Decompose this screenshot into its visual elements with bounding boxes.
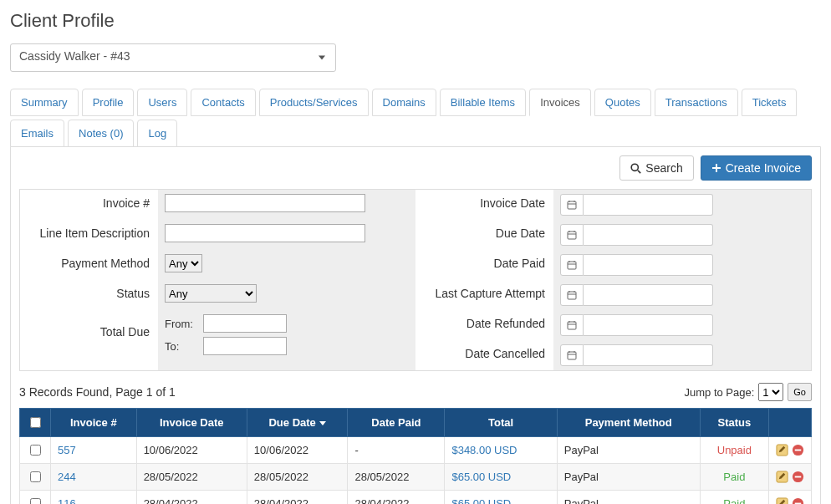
delete-icon[interactable] (792, 497, 804, 504)
cell-invoice-date: 28/04/2022 (136, 491, 247, 505)
col-status[interactable]: Status (700, 409, 768, 437)
tab-billable-items[interactable]: Billable Items (440, 89, 526, 116)
chevron-down-icon (319, 56, 325, 60)
create-invoice-label: Create Invoice (726, 161, 801, 175)
row-checkbox[interactable] (30, 471, 41, 482)
filter-date-paid-input[interactable] (584, 254, 713, 276)
svg-rect-18 (568, 322, 576, 329)
filter-payment-method-select[interactable]: Any (165, 254, 202, 272)
page-title: Client Profile (10, 10, 821, 32)
filter-invoice-no-input[interactable] (165, 194, 365, 212)
search-icon (630, 163, 641, 174)
plus-icon (711, 163, 721, 173)
filter-line-desc-input[interactable] (165, 224, 365, 242)
invoices-table: Invoice # Invoice Date Due Date Date Pai… (19, 408, 812, 504)
cell-invoice-date: 28/05/2022 (136, 464, 247, 491)
tab-profile[interactable]: Profile (82, 89, 135, 116)
filter-invoice-no-label: Invoice # (20, 190, 158, 220)
row-checkbox[interactable] (30, 498, 41, 504)
svg-rect-22 (568, 352, 576, 359)
tab-quotes[interactable]: Quotes (594, 89, 651, 116)
svg-rect-31 (795, 476, 802, 478)
cell-total: $65.00 USD (451, 497, 511, 504)
select-all-checkbox[interactable] (30, 417, 41, 428)
filter-status-select[interactable]: Any (165, 284, 257, 303)
invoice-id-link[interactable]: 116 (58, 497, 76, 504)
jump-to-page-label: Jump to Page: (684, 386, 754, 399)
jump-to-page-go-button[interactable]: Go (788, 383, 812, 401)
tab-transactions[interactable]: Transactions (655, 89, 738, 116)
filter-payment-method-label: Payment Method (20, 250, 158, 280)
svg-rect-28 (795, 450, 802, 451)
delete-icon[interactable] (792, 471, 804, 483)
filter-invoice-date-label: Invoice Date (416, 190, 553, 220)
cell-date-paid: 28/05/2022 (348, 464, 445, 491)
edit-icon[interactable] (776, 444, 788, 456)
tab-products-services[interactable]: Products/Services (259, 89, 369, 116)
edit-icon[interactable] (776, 497, 788, 504)
cell-date-paid: - (348, 437, 445, 464)
cell-date-paid: 28/04/2022 (348, 491, 445, 505)
filter-due-date-input[interactable] (584, 224, 713, 246)
calendar-icon (560, 224, 584, 246)
svg-line-1 (638, 170, 640, 172)
filter-date-refunded-input[interactable] (584, 314, 713, 336)
cell-due-date: 28/05/2022 (247, 464, 348, 491)
tab-panel-invoices: Search Create Invoice Invoice # Invoice … (10, 146, 821, 504)
filter-last-capture-label: Last Capture Attempt (416, 280, 553, 310)
col-invoice-date[interactable]: Invoice Date (136, 409, 247, 437)
col-total[interactable]: Total (445, 409, 557, 437)
filter-total-due-from-input[interactable] (203, 314, 287, 333)
filter-total-due-to-input[interactable] (203, 337, 287, 355)
edit-icon[interactable] (776, 471, 788, 483)
invoice-id-link[interactable]: 557 (58, 444, 76, 456)
cell-payment-method: PayPal (557, 437, 700, 464)
col-invoice-no[interactable]: Invoice # (51, 409, 137, 437)
tab-notes-0-[interactable]: Notes (0) (68, 120, 134, 147)
cell-total: $65.00 USD (451, 471, 511, 483)
search-button[interactable]: Search (619, 155, 693, 181)
filter-panel: Invoice # Invoice Date Line Item Descrip… (19, 189, 812, 371)
search-button-label: Search (645, 161, 682, 175)
calendar-icon (560, 254, 584, 276)
filter-total-due-to-label: To: (165, 340, 198, 353)
jump-to-page-select[interactable]: 1 (758, 383, 783, 401)
calendar-icon (560, 194, 584, 216)
tab-users[interactable]: Users (137, 89, 187, 116)
table-row: 55710/06/202210/06/2022-$348.00 USDPayPa… (20, 437, 812, 464)
filter-date-paid-label: Date Paid (416, 250, 553, 280)
cell-payment-method: PayPal (557, 464, 700, 491)
tab-summary[interactable]: Summary (10, 89, 79, 116)
records-summary: 3 Records Found, Page 1 of 1 (19, 385, 176, 399)
col-payment-method[interactable]: Payment Method (557, 409, 700, 437)
tab-invoices[interactable]: Invoices (529, 89, 591, 116)
filter-total-due-from-label: From: (165, 318, 198, 330)
svg-rect-6 (568, 232, 576, 239)
status-badge: Unpaid (717, 444, 752, 456)
filter-due-date-label: Due Date (416, 220, 553, 250)
action-bar: Search Create Invoice (19, 155, 812, 181)
tab-log[interactable]: Log (137, 120, 177, 147)
filter-date-cancelled-label: Date Cancelled (416, 340, 553, 370)
invoice-id-link[interactable]: 244 (58, 471, 76, 483)
filter-invoice-date-input[interactable] (584, 194, 713, 216)
filter-last-capture-input[interactable] (584, 284, 713, 306)
tab-emails[interactable]: Emails (10, 120, 64, 147)
calendar-icon (560, 344, 584, 366)
tab-tickets[interactable]: Tickets (742, 89, 798, 116)
tab-contacts[interactable]: Contacts (191, 89, 255, 116)
delete-icon[interactable] (792, 444, 804, 456)
col-due-date[interactable]: Due Date (247, 409, 348, 437)
client-selector[interactable]: Cassidy Walker - #43 (10, 43, 336, 72)
filter-status-label: Status (20, 280, 158, 310)
calendar-icon (560, 314, 584, 336)
status-badge: Paid (723, 497, 745, 504)
sort-desc-icon (319, 421, 326, 425)
filter-line-desc-label: Line Item Description (20, 220, 158, 250)
row-checkbox[interactable] (30, 445, 41, 456)
create-invoice-button[interactable]: Create Invoice (701, 155, 812, 181)
filter-date-cancelled-input[interactable] (584, 344, 713, 366)
filter-total-due-label: Total Due (20, 310, 158, 370)
tab-domains[interactable]: Domains (372, 89, 436, 116)
col-date-paid[interactable]: Date Paid (348, 409, 445, 437)
